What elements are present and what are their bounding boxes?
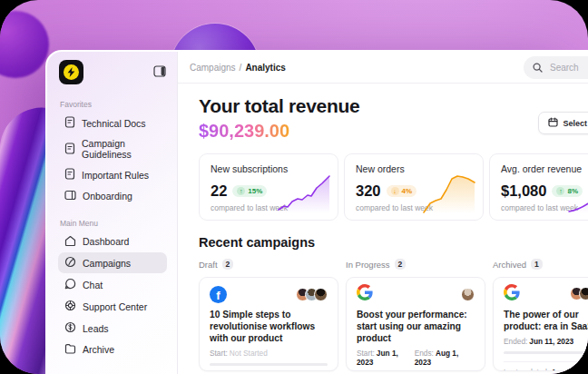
breadcrumb-current: Analytics (245, 63, 285, 73)
meta-value: Not Started (230, 349, 268, 358)
sidebar-item-label: Technical Docs (82, 118, 146, 129)
favorites-section-label: Favorites (60, 100, 166, 109)
app-window: Favorites Technical Docs Campaign Guidel… (45, 50, 588, 374)
sparkline-orange (423, 172, 475, 213)
sidebar-item-label: Dashboard (83, 236, 129, 247)
sidebar-item-campaigns[interactable]: Campaigns (58, 252, 167, 273)
campaign-title: 10 Simple steps to revolutionise workflo… (210, 309, 328, 344)
sidebar: Favorites Technical Docs Campaign Guidel… (47, 52, 178, 374)
delta-value: 4% (402, 187, 413, 195)
document-icon (64, 168, 75, 182)
revenue-header: Your total revenue $90,239.00 Select Dat… (199, 95, 588, 142)
main-menu-section-label: Main Menu (60, 219, 166, 228)
search-input[interactable] (548, 62, 588, 74)
document-icon (64, 116, 75, 130)
campaign-card-archived[interactable]: The power of our product: era in SaaS En… (493, 277, 588, 371)
campaign-columns: Draft 2 f (199, 259, 588, 371)
search-bar[interactable] (524, 56, 588, 79)
meta-label: Ends: (415, 349, 434, 358)
facebook-icon: f (210, 286, 227, 303)
google-icon (504, 284, 520, 304)
sidebar-item-label: Archive (83, 344, 114, 355)
delta-value: 15% (248, 187, 262, 195)
sidebar-item-label: Support Center (83, 301, 147, 312)
page-title: Your total revenue (199, 95, 588, 117)
sidebar-item-label: Important Rules (82, 170, 149, 181)
stat-card-avg-order-revenue: Avg. order revenue $1,080 ↑ 8% compared … (489, 153, 588, 221)
column-in-progress: In Progress 2 (346, 259, 485, 371)
breadcrumb: Campaigns / Analytics (190, 63, 286, 73)
avatar (579, 287, 588, 300)
sidebar-item-chat[interactable]: Chat (58, 274, 167, 295)
avatar-group (461, 288, 475, 301)
home-icon (64, 235, 76, 248)
column-count-badge: 1 (531, 259, 543, 270)
avatar (461, 288, 475, 301)
avatar-group (296, 288, 328, 301)
document-icon (64, 143, 75, 156)
topbar: Campaigns / Analytics (178, 52, 588, 84)
stat-card-new-orders: New orders 320 ↓ 4% compared to last wee… (344, 153, 484, 221)
dollar-circle-icon (64, 321, 76, 335)
updated-label: Last updated: (504, 368, 549, 371)
campaign-title: The power of our product: era in SaaS (504, 309, 588, 332)
calendar-icon (548, 117, 558, 129)
google-icon (357, 284, 373, 304)
sidebar-item-label: Campaign Guideliness (82, 138, 161, 160)
stat-value: 22 (211, 182, 227, 200)
progress-bar (210, 363, 328, 366)
column-name: In Progress (346, 260, 390, 270)
arrow-down-icon: ↓ (391, 187, 399, 195)
delta-badge: ↓ 4% (387, 185, 417, 197)
meta-label: Ended: (504, 337, 527, 346)
lifebuoy-icon (64, 300, 76, 313)
sidebar-item-support-center[interactable]: Support Center (58, 296, 167, 317)
sidebar-collapse-icon[interactable] (153, 64, 166, 81)
progress-bar (504, 351, 588, 354)
main-content: Campaigns / Analytics Your total revenue… (178, 52, 588, 374)
search-icon (533, 60, 543, 76)
stat-value: 320 (356, 182, 381, 200)
column-name: Archived (493, 260, 526, 270)
breadcrumb-parent[interactable]: Campaigns (190, 63, 236, 73)
column-count-badge: 2 (222, 259, 234, 270)
total-revenue-amount: $90,239.00 (199, 121, 289, 142)
meta-label: Start: (357, 349, 375, 358)
sidebar-item-label: Leads (83, 323, 109, 334)
sidebar-item-label: Campaigns (83, 258, 131, 269)
sidebar-item-leads[interactable]: Leads (58, 318, 167, 339)
stat-card-new-subscriptions: New subscriptions 22 ↑ 15% compared to l… (199, 153, 338, 221)
sidebar-item-label: Chat (83, 280, 103, 290)
sidebar-item-technical-docs[interactable]: Technical Docs (58, 113, 167, 133)
sidebar-item-label: Onboarding (83, 191, 132, 202)
app-logo (59, 60, 83, 84)
recent-campaigns-heading: Recent campaigns (199, 235, 588, 250)
updated-value: Apr 10, 2023 (551, 368, 588, 371)
sidebar-item-important-rules[interactable]: Important Rules (58, 164, 167, 185)
breadcrumb-separator: / (240, 63, 242, 73)
sidebar-item-dashboard[interactable]: Dashboard (58, 231, 167, 251)
book-icon (64, 190, 76, 202)
column-draft: Draft 2 f (199, 259, 338, 371)
sidebar-item-campaign-guideliness[interactable]: Campaign Guideliness (58, 134, 167, 163)
sidebar-item-onboarding[interactable]: Onboarding (58, 186, 167, 206)
avatar (314, 288, 328, 301)
select-dates-label: Select Dates (563, 119, 588, 128)
select-dates-button[interactable]: Select Dates (538, 112, 588, 134)
meta-value: Jun 11, 2023 (529, 337, 573, 346)
campaigns-icon (64, 256, 76, 270)
column-count-badge: 2 (395, 259, 407, 270)
column-archived: Archived 1 (493, 259, 588, 371)
sparkline-purple (278, 172, 330, 213)
arrow-up-icon: ↑ (556, 187, 564, 195)
sparkline-purple (568, 172, 588, 213)
arrow-up-icon: ↑ (237, 187, 245, 195)
campaign-card-in-progress[interactable]: Boost your performance: start using our … (346, 277, 485, 371)
lightning-logo-icon (64, 64, 79, 80)
column-name: Draft (199, 260, 218, 270)
chat-bubble-icon (64, 278, 76, 291)
sidebar-item-archive[interactable]: Archive (58, 340, 167, 359)
folder-icon (64, 343, 76, 356)
campaign-card-draft[interactable]: f 10 Simple steps to revolutionise workf… (199, 277, 338, 371)
meta-label: Start: (210, 349, 228, 358)
